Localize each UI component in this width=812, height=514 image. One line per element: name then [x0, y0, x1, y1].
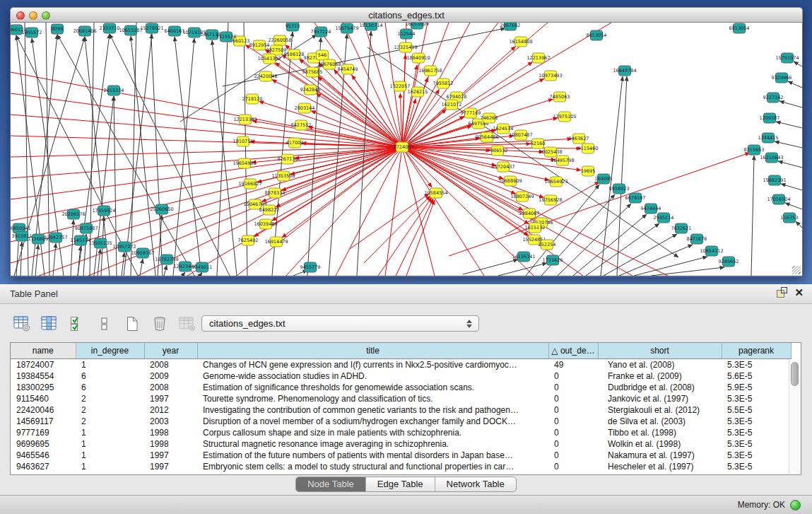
table-cell[interactable]: 5.3E-5 [722, 358, 791, 370]
table-cell[interactable]: 0 [548, 404, 598, 416]
column-header-in_degree[interactable]: in_degree [76, 343, 144, 358]
graph-node[interactable]: 8454749 [338, 64, 358, 74]
vertical-scrollbar[interactable] [789, 359, 800, 474]
table-cell[interactable]: Franke et al. (2009) [598, 370, 722, 382]
table-cell[interactable]: 9465546 [11, 450, 76, 461]
table-cell[interactable]: 5.3E-5 [722, 438, 791, 450]
graph-node[interactable]: 15751074 [775, 53, 799, 63]
graph-node[interactable]: 22260058 [268, 35, 291, 45]
table-cell[interactable]: 5.3E-5 [722, 416, 791, 427]
graph-node[interactable]: 15276021 [140, 23, 163, 33]
graph-node[interactable]: 9245011 [192, 262, 213, 272]
table-cell[interactable]: Wolkin et al. (1998) [598, 438, 722, 450]
graph-node[interactable]: 7632621 [671, 223, 692, 233]
graph-node[interactable]: 22420046 [254, 71, 277, 81]
create-column-icon[interactable] [122, 313, 143, 334]
graph-node[interactable]: 9463627 [569, 134, 589, 144]
table-cell[interactable]: 18724007 [11, 358, 76, 370]
graph-node[interactable]: 8099 [52, 24, 64, 34]
table-cell[interactable]: 0 [548, 438, 598, 450]
graph-node[interactable]: 2015334 [104, 86, 124, 95]
table-cell[interactable]: 0 [548, 370, 598, 382]
delete-table-icon[interactable] [177, 313, 198, 334]
table-cell[interactable]: 0 [548, 461, 598, 472]
table-cell[interactable]: 18300295 [11, 382, 76, 393]
graph-node[interactable]: 8471676 [687, 234, 707, 244]
table-cell[interactable]: Nakamura et al. (1997) [598, 450, 722, 461]
table-cell[interactable]: 6 [76, 382, 144, 393]
graph-node[interactable]: 12975105 [553, 112, 576, 122]
graph-node[interactable]: 1626215 [408, 87, 428, 97]
table-cell[interactable]: 5.3E-5 [722, 450, 791, 461]
graph-node[interactable]: 112544 [398, 29, 416, 39]
graph-node[interactable]: 1615132 [525, 223, 546, 233]
table-cell[interactable]: Tibbo et al. (1998) [598, 427, 722, 438]
table-cell[interactable]: 5.5E-5 [722, 404, 791, 416]
graph-node[interactable]: 417004 [286, 138, 304, 148]
graph-node[interactable]: 164095 [595, 174, 613, 184]
table-cell[interactable]: 2 [76, 393, 144, 404]
table-settings-icon[interactable] [11, 313, 33, 334]
delete-column-icon[interactable] [149, 313, 170, 334]
table-cell[interactable]: Embryonic stem cells: a model to study s… [197, 461, 548, 472]
table-selector[interactable]: citations_edges.txt [201, 315, 479, 332]
table-cell[interactable]: 1997 [144, 450, 197, 461]
table-cell[interactable]: 1997 [144, 461, 197, 472]
graph-node[interactable]: 16210643 [760, 153, 783, 163]
graph-node[interactable]: 9455779 [300, 262, 321, 272]
table-cell[interactable]: 1 [76, 358, 144, 370]
graph-node[interactable]: 9875685 [302, 67, 323, 77]
column-header-year[interactable]: year [144, 343, 197, 358]
scrollbar-thumb[interactable] [791, 362, 799, 386]
graph-node[interactable]: 20691406 [73, 26, 96, 36]
graph-node[interactable]: 10653287 [119, 25, 142, 35]
table-cell[interactable]: 0 [548, 427, 598, 438]
table-cell[interactable]: de Silva et al. (2003) [598, 416, 722, 427]
window-titlebar[interactable]: citations_edges.txt [10, 7, 803, 23]
graph-node[interactable]: 8938923 [609, 184, 630, 194]
table-cell[interactable]: 9115460 [11, 393, 76, 404]
graph-node[interactable]: 252254 [539, 240, 556, 250]
graph-node[interactable]: 20206576 [61, 209, 85, 219]
graph-node[interactable]: 9245652 [719, 257, 739, 267]
table-cell[interactable]: 1997 [144, 393, 197, 404]
table-cell[interactable]: 19384554 [11, 370, 76, 382]
table-cell[interactable]: 1 [76, 438, 144, 450]
graph-node[interactable]: 12325419 [394, 42, 417, 52]
graph-node[interactable]: 15720437 [491, 162, 514, 172]
graph-node[interactable]: 546 [317, 50, 329, 60]
table-row[interactable]: 911546021997Tourette syndrome. Phenomeno… [11, 393, 791, 404]
table-cell[interactable]: 0 [548, 416, 598, 427]
graph-node[interactable]: 8427552 [291, 120, 312, 130]
graph-node[interactable]: 6466161 [165, 26, 185, 36]
graph-node[interactable]: 16914479 [264, 237, 288, 247]
graph-node[interactable]: 1145194 [71, 235, 91, 245]
table-cell[interactable]: 1 [76, 450, 144, 461]
table-cell[interactable]: Tourette syndrome. Phenomenology and cla… [197, 393, 548, 404]
graph-node[interactable]: 7986532 [488, 146, 508, 156]
table-cell[interactable]: 9777169 [11, 427, 76, 438]
table-cell[interactable]: 1998 [144, 427, 197, 438]
table-row[interactable]: 1456911722003Disruption of a novel membe… [11, 416, 791, 427]
graph-node[interactable]: 7485063 [550, 92, 570, 102]
table-cell[interactable]: 5.3E-5 [722, 461, 791, 472]
graph-node[interactable]: 62160 [531, 139, 546, 148]
table-cell[interactable]: Changes of HCN gene expression and I(f) … [197, 358, 548, 370]
graph-node[interactable]: 25260650 [150, 204, 173, 214]
tab-node-table[interactable]: Node Table [296, 477, 366, 491]
memory-indicator[interactable] [790, 500, 801, 510]
graph-node[interactable]: 17016504 [767, 194, 790, 204]
graph-node[interactable]: 10654112 [700, 246, 723, 256]
graph-node[interactable]: 19584554 [424, 188, 447, 198]
column-header-out_de[interactable]: △ out_de… [548, 343, 598, 358]
graph-node[interactable]: 7955812 [433, 78, 454, 88]
graph-node[interactable]: 746266 [481, 113, 498, 123]
graph-node[interactable]: 95723 [286, 23, 300, 31]
graph-node[interactable]: 18807249 [510, 192, 534, 201]
graph-node[interactable]: 16495798 [551, 156, 574, 165]
graph-node[interactable]: 16053809 [405, 23, 428, 29]
table-cell[interactable]: 2008 [144, 358, 197, 370]
graph-node[interactable]: 15675479 [335, 23, 358, 33]
graph-node[interactable]: 6679197 [625, 193, 646, 203]
table-cell[interactable]: Corpus callosum shape and size in male p… [197, 427, 548, 438]
